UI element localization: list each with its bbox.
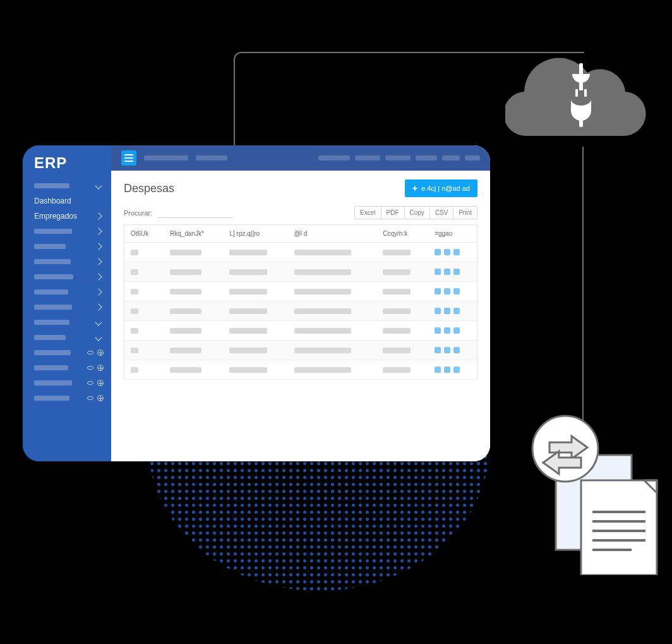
cell-placeholder: [294, 269, 351, 275]
export-copy-button[interactable]: Copy: [404, 206, 430, 219]
sidebar-item-9[interactable]: [23, 315, 111, 330]
export-excel-button[interactable]: Excel: [354, 206, 381, 219]
cloud-plug-icon: [505, 47, 657, 149]
sidebar: ERP DashboardEmpregados: [23, 145, 111, 461]
topbar-placeholder: [385, 155, 411, 161]
table-row[interactable]: [124, 341, 477, 360]
nav-placeholder: [34, 380, 72, 386]
cell-placeholder: [383, 367, 411, 373]
column-header-2[interactable]: L] rpz.q|]ro: [223, 225, 287, 243]
action-button[interactable]: [453, 327, 460, 334]
nav-placeholder: [34, 259, 71, 264]
action-button[interactable]: [435, 327, 441, 334]
sidebar-item-13[interactable]: [23, 375, 111, 391]
chevron-right-icon: [95, 273, 102, 280]
chevron-right-icon: [95, 303, 102, 310]
cell-placeholder: [170, 328, 201, 334]
action-button[interactable]: [444, 327, 450, 334]
action-button[interactable]: [444, 347, 450, 353]
plus-circle-icon: [97, 365, 104, 371]
topbar-placeholder: [416, 155, 437, 161]
column-header-4[interactable]: Ccqy/n:k: [376, 225, 428, 243]
nav-placeholder: [34, 335, 66, 340]
action-button[interactable]: [453, 347, 460, 353]
sidebar-item-6[interactable]: [23, 269, 111, 284]
nav-placeholder: [34, 365, 68, 370]
chevron-right-icon: [95, 288, 102, 295]
sidebar-item-12[interactable]: [23, 360, 111, 375]
svg-rect-0: [579, 63, 583, 75]
search-input[interactable]: [157, 207, 233, 218]
page-content: Despesas + e.4cj | n@ad ad Procurar: Exc…: [111, 171, 490, 461]
sidebar-item-1[interactable]: Dashboard: [23, 193, 111, 209]
action-button[interactable]: [435, 347, 441, 353]
row-actions: [435, 249, 471, 255]
cell-placeholder: [131, 308, 138, 314]
column-header-0[interactable]: Ot6Uk: [124, 225, 164, 243]
erp-app-window: ERP DashboardEmpregados Despesas: [23, 145, 490, 461]
cell-placeholder: [170, 250, 201, 255]
action-button[interactable]: [453, 249, 460, 255]
add-button[interactable]: + e.4cj | n@ad ad: [405, 179, 477, 197]
sidebar-item-7[interactable]: [23, 284, 111, 300]
sidebar-item-14[interactable]: [23, 391, 111, 406]
chevron-right-icon: [95, 243, 102, 250]
topbar-placeholder: [442, 155, 460, 161]
table-row[interactable]: [124, 282, 477, 301]
cell-placeholder: [170, 289, 201, 295]
action-button[interactable]: [435, 288, 441, 295]
export-csv-button[interactable]: CSV: [429, 206, 454, 219]
action-button[interactable]: [444, 308, 450, 314]
sidebar-item-11[interactable]: [23, 345, 111, 360]
nav-placeholder: [34, 350, 71, 355]
sidebar-item-4[interactable]: [23, 239, 111, 254]
table-row[interactable]: [124, 360, 477, 380]
action-button[interactable]: [453, 288, 460, 295]
cell-placeholder: [229, 308, 267, 314]
cell-placeholder: [294, 308, 351, 314]
cell-placeholder: [170, 269, 201, 275]
row-actions: [435, 288, 471, 295]
column-header-5[interactable]: =ggao: [428, 225, 477, 243]
chevron-down-icon: [95, 334, 102, 341]
column-header-3[interactable]: @l d: [288, 225, 377, 243]
table-row[interactable]: [124, 301, 477, 321]
action-button[interactable]: [444, 269, 450, 275]
table-row[interactable]: [124, 262, 477, 282]
table-row[interactable]: [124, 321, 477, 341]
sidebar-item-10[interactable]: [23, 330, 111, 345]
data-table: Ot6UkRkq_danJk*L] rpz.q|]ro@l dCcqy/n:k=…: [124, 224, 477, 380]
export-button-group: ExcelPDFCopyCSVPrint: [355, 206, 477, 219]
action-button[interactable]: [453, 367, 460, 373]
action-button[interactable]: [435, 249, 441, 255]
cell-placeholder: [229, 348, 267, 353]
sidebar-item-2[interactable]: Empregados: [23, 209, 111, 224]
sidebar-item-8[interactable]: [23, 300, 111, 315]
topbar: [111, 145, 490, 171]
row-actions: [435, 308, 471, 314]
action-button[interactable]: [435, 269, 441, 275]
sidebar-item-5[interactable]: [23, 254, 111, 269]
column-header-1[interactable]: Rkq_danJk*: [164, 225, 224, 243]
table-toolbar: Procurar: ExcelPDFCopyCSVPrint: [124, 206, 477, 219]
action-button[interactable]: [453, 308, 460, 314]
export-print-button[interactable]: Print: [453, 206, 477, 219]
action-button[interactable]: [444, 249, 450, 255]
export-pdf-button[interactable]: PDF: [381, 206, 405, 219]
action-button[interactable]: [435, 308, 441, 314]
sidebar-item-3[interactable]: [23, 224, 111, 239]
sidebar-item-label: Dashboard: [34, 197, 104, 205]
svg-rect-1: [579, 82, 583, 90]
table-row[interactable]: [124, 243, 477, 262]
cell-placeholder: [131, 269, 138, 275]
action-button[interactable]: [453, 269, 460, 275]
menu-toggle-button[interactable]: [121, 150, 136, 166]
nav-placeholder: [34, 274, 73, 279]
action-button[interactable]: [444, 288, 450, 295]
action-button[interactable]: [435, 367, 441, 373]
sidebar-item-0[interactable]: [23, 178, 111, 193]
eye-icon: [87, 381, 93, 385]
cell-placeholder: [170, 348, 201, 353]
chevron-right-icon: [95, 228, 102, 234]
action-button[interactable]: [444, 367, 450, 373]
